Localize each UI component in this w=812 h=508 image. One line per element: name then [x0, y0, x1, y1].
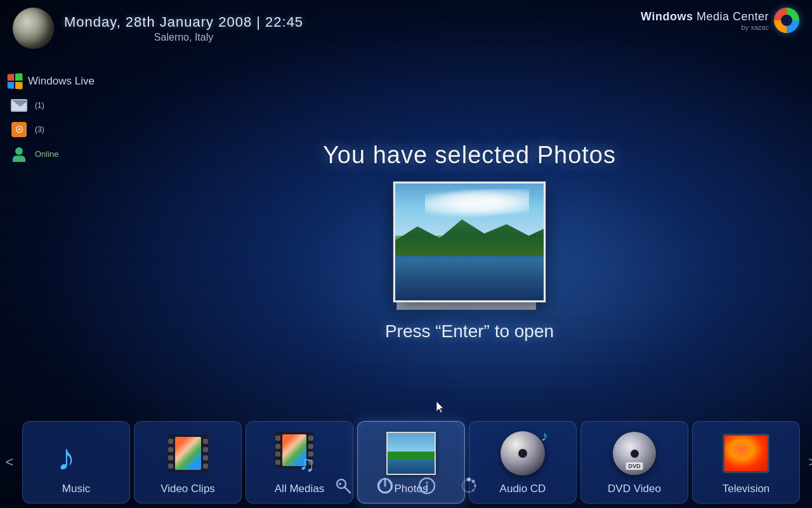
film-hole	[203, 464, 208, 469]
film-holes-right	[202, 434, 209, 472]
mail-icon	[10, 96, 29, 115]
photos-sky	[388, 433, 435, 451]
photos-nav-landscape	[388, 433, 435, 474]
mail-badge: (1)	[35, 101, 44, 110]
film-content	[175, 437, 201, 470]
photo-reflection	[395, 259, 544, 300]
person-icon	[10, 144, 29, 163]
dvd-hole	[631, 450, 639, 458]
photo-preview-container	[390, 182, 549, 302]
film-hole	[275, 444, 280, 449]
film-hole	[308, 436, 313, 441]
dvd-label: DVD	[625, 462, 643, 470]
sidebar-item-person[interactable]: Online	[10, 144, 121, 163]
film-hole	[168, 464, 173, 469]
film-holes-left	[167, 434, 174, 472]
windows-live-header[interactable]: Windows Live	[6, 73, 121, 90]
cd-wrapper: ♪	[501, 431, 545, 476]
cd-disc	[501, 431, 545, 476]
tv-screen	[724, 436, 768, 471]
xp-flag-icon	[8, 73, 23, 89]
photo-frame-main	[393, 182, 546, 302]
wmc-text: Windows Media Center by xazac	[641, 10, 769, 31]
svg-point-11	[467, 478, 471, 481]
am-holes-left	[275, 432, 281, 469]
film-hole	[168, 455, 173, 460]
moon-icon	[13, 8, 54, 49]
dvd-disc: DVD	[613, 432, 656, 475]
photos-nav-image	[386, 432, 436, 475]
film-hole	[168, 447, 173, 452]
datetime-display: Monday, 28th January 2008 | 22:45	[64, 14, 303, 30]
svg-point-14	[472, 489, 475, 491]
person-body	[13, 156, 25, 162]
photo-landscape	[395, 184, 544, 300]
film-hole	[275, 436, 280, 441]
film-hole	[275, 451, 280, 457]
mail-shape	[11, 99, 27, 112]
person-shape	[11, 145, 27, 162]
sidebar: Windows Live (1) ☉ (3)	[6, 73, 121, 168]
film-hole	[275, 460, 280, 465]
loading-icon-button[interactable]	[457, 474, 480, 497]
film-strip	[167, 434, 209, 472]
film-hole	[308, 444, 313, 449]
wmc-logo: Windows Media Center by xazac	[641, 8, 799, 33]
svg-point-17	[462, 485, 463, 486]
person-status: Online	[35, 149, 59, 159]
main-content: You have selected Photos Press “Enter” t…	[127, 64, 812, 419]
svg-point-8	[426, 482, 428, 484]
sidebar-items: (1) ☉ (3) Online	[6, 96, 121, 163]
film-hole	[168, 439, 173, 444]
rss-shape: ☉	[11, 122, 27, 137]
film-hole	[203, 439, 208, 444]
svg-line-3	[344, 487, 350, 493]
svg-point-15	[468, 491, 470, 493]
sidebar-item-rss[interactable]: ☉ (3)	[10, 120, 121, 139]
info-icon-button[interactable]	[416, 474, 438, 497]
tv-screen-wrapper	[723, 434, 769, 473]
wmc-emblem-icon	[774, 8, 799, 33]
photos-mountains	[388, 451, 435, 460]
film-hole	[203, 455, 208, 460]
rss-badge: (3)	[35, 125, 44, 134]
person-head	[15, 147, 23, 155]
location-display: Salerno, Italy	[64, 32, 303, 43]
moon-clock-area: Monday, 28th January 2008 | 22:45 Salern…	[13, 8, 303, 49]
dvd-wrapper: DVD	[613, 432, 656, 475]
svg-point-16	[464, 490, 466, 491]
wmc-subtitle: by xazac	[641, 23, 769, 31]
selected-title: You have selected Photos	[323, 142, 616, 169]
svg-text:♪: ♪	[57, 436, 75, 474]
svg-point-4	[339, 483, 341, 485]
photo-clouds	[425, 189, 529, 218]
windows-live-logo-icon	[6, 73, 23, 90]
power-icon-button[interactable]	[374, 474, 396, 497]
press-enter-text: Press “Enter” to open	[385, 321, 554, 342]
wmc-title: Windows Media Center	[641, 10, 769, 23]
svg-point-12	[472, 480, 475, 483]
cd-note-icon: ♪	[541, 428, 548, 444]
key-icon-button[interactable]	[332, 474, 355, 497]
clock-info: Monday, 28th January 2008 | 22:45 Salern…	[64, 14, 303, 43]
bottom-toolbar	[0, 470, 812, 502]
svg-point-13	[474, 485, 476, 487]
wmc-emblem-center	[781, 15, 792, 26]
cd-hole	[518, 449, 527, 458]
rss-icon: ☉	[10, 120, 29, 139]
film-hole	[203, 447, 208, 452]
windows-live-label: Windows Live	[28, 75, 95, 88]
sidebar-item-mail[interactable]: (1)	[10, 96, 121, 115]
header: Monday, 28th January 2008 | 22:45 Salern…	[0, 0, 812, 57]
